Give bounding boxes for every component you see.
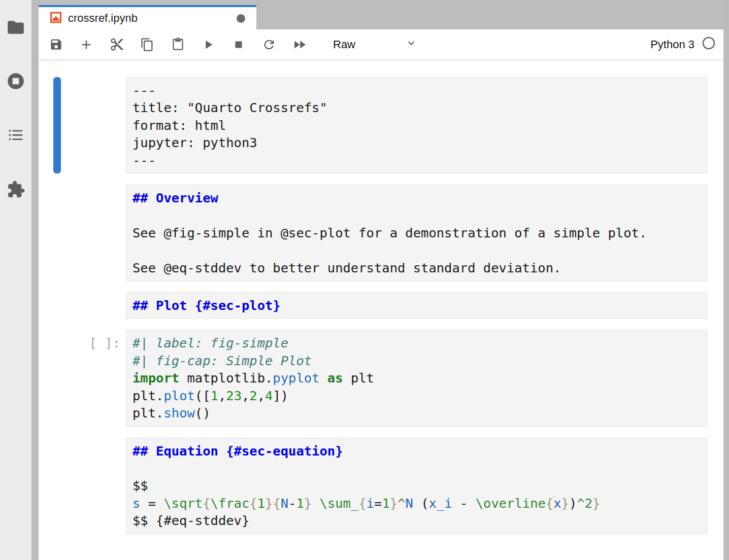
dock-tab-bar: crossref.ipynb: [39, 0, 729, 29]
plus-icon: [79, 38, 93, 52]
run-cell-button[interactable]: [197, 33, 219, 56]
running-kernels-tab[interactable]: [0, 65, 31, 97]
notebook-panel[interactable]: ---title: "Quarto Crossrefs"format: html…: [39, 60, 723, 560]
copy-cells-button[interactable]: [136, 33, 158, 56]
cell-type-value: Raw: [333, 38, 355, 51]
table-of-contents-tab[interactable]: [0, 119, 31, 151]
execution-prompt: [39, 438, 126, 534]
puzzle-icon: [7, 180, 25, 199]
extensions-tab[interactable]: [0, 173, 31, 205]
notebook-cell-markdown-4[interactable]: ## Equation {#sec-equation} $$s = \sqrt{…: [39, 438, 707, 534]
editor-line: ## Plot {#sec-plot}: [132, 297, 701, 314]
activity-sidebar: [0, 0, 31, 560]
cell-editor[interactable]: ## Overview See @fig-simple in @sec-plot…: [126, 185, 707, 281]
editor-line: $$ {#eq-stddev}: [132, 512, 701, 529]
paste-cells-button[interactable]: [167, 33, 189, 56]
notebook-cell-markdown-2[interactable]: ## Plot {#sec-plot}: [39, 292, 707, 319]
editor-line: #| fig-cap: Simple Plot: [132, 352, 701, 369]
insert-cell-button[interactable]: [75, 33, 97, 56]
kernel-idle-icon: [702, 36, 716, 53]
editor-line: plt.show(): [132, 404, 701, 422]
notebook-toolbar: Raw Python 3: [39, 29, 723, 60]
notebook-cell-raw-0[interactable]: ---title: "Quarto Crossrefs"format: html…: [39, 77, 707, 173]
fast-forward-icon: [292, 37, 307, 52]
notebook-file-icon: [50, 12, 62, 25]
cell-collapser[interactable]: [53, 330, 61, 426]
notebook-cell-code-3[interactable]: [ ]:#| label: fig-simple#| fig-cap: Simp…: [39, 330, 707, 426]
restart-run-all-button[interactable]: [288, 33, 311, 56]
execution-prompt: [ ]:: [39, 330, 126, 426]
editor-line: title: "Quarto Crossrefs": [132, 99, 701, 116]
kernel-indicator[interactable]: Python 3: [650, 36, 723, 53]
folder-icon: [6, 18, 25, 37]
editor-line: #| label: fig-simple: [132, 334, 701, 352]
cell-collapser[interactable]: [53, 185, 61, 281]
cell-list: ---title: "Quarto Crossrefs"format: html…: [39, 77, 723, 534]
execution-prompt: [39, 185, 126, 281]
refresh-icon: [262, 38, 276, 52]
editor-line: ---: [132, 152, 701, 169]
save-button[interactable]: [45, 33, 67, 56]
cell-editor[interactable]: ## Plot {#sec-plot}: [126, 292, 707, 319]
editor-line: ## Overview: [132, 189, 701, 206]
cell-editor[interactable]: #| label: fig-simple#| fig-cap: Simple P…: [126, 330, 707, 426]
copy-icon: [140, 38, 154, 52]
editor-line: jupyter: python3: [132, 134, 701, 151]
cut-cells-button[interactable]: [106, 33, 128, 56]
editor-line: [132, 460, 701, 477]
stop-circle-icon: [6, 72, 25, 91]
notebook-tab[interactable]: crossref.ipynb: [39, 5, 256, 29]
editor-line: ---: [132, 82, 701, 99]
editor-line: plt.plot([1,23,2,4]): [132, 387, 701, 404]
clipboard-icon: [171, 38, 185, 51]
editor-line: $$: [132, 477, 701, 494]
execution-prompt: [39, 292, 126, 319]
editor-line: [132, 206, 701, 224]
cell-editor[interactable]: ---title: "Quarto Crossrefs"format: html…: [126, 77, 707, 173]
interrupt-kernel-button[interactable]: [227, 33, 250, 56]
restart-kernel-button[interactable]: [258, 33, 280, 56]
play-icon: [201, 38, 215, 52]
file-browser-tab[interactable]: [0, 11, 31, 44]
cell-collapser[interactable]: [53, 438, 61, 534]
editor-line: See @fig-simple in @sec-plot for a demon…: [132, 224, 701, 241]
editor-line: [132, 241, 701, 259]
left-panel-divider[interactable]: [31, 0, 39, 560]
cell-collapser[interactable]: [53, 77, 61, 173]
kernel-name: Python 3: [650, 38, 694, 51]
editor-line: format: html: [132, 117, 701, 134]
chevron-down-icon: [405, 37, 417, 52]
cell-type-select[interactable]: Raw: [333, 34, 420, 55]
list-icon: [7, 126, 25, 144]
editor-line: import matplotlib.pyplot as plt: [132, 369, 701, 387]
editor-line: s = \sqrt{\frac{1}{N-1} \sum_{i=1}^N (x_…: [132, 495, 701, 512]
cell-collapser[interactable]: [53, 292, 61, 319]
cell-editor[interactable]: ## Equation {#sec-equation} $$s = \sqrt{…: [126, 438, 707, 534]
scissors-icon: [110, 37, 124, 52]
unsaved-changes-dot[interactable]: [237, 14, 245, 23]
stop-icon: [232, 38, 245, 51]
tab-title: crossref.ipynb: [68, 12, 138, 25]
editor-line: See @eq-stddev to better understand stan…: [132, 259, 701, 276]
notebook-cell-markdown-1[interactable]: ## Overview See @fig-simple in @sec-plot…: [39, 185, 707, 281]
editor-line: ## Equation {#sec-equation}: [132, 442, 701, 460]
save-icon: [49, 38, 63, 51]
right-panel-divider[interactable]: [723, 0, 729, 560]
execution-prompt: [39, 77, 126, 173]
